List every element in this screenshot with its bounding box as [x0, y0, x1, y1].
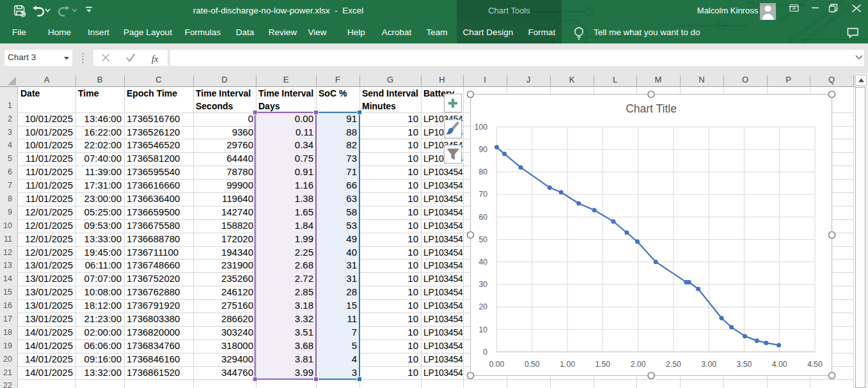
svg-text:2.00: 2.00: [631, 360, 646, 369]
svg-text:1.00: 1.00: [560, 360, 575, 369]
svg-text:100: 100: [475, 123, 488, 132]
svg-text:70: 70: [478, 190, 487, 199]
svg-text:20: 20: [478, 302, 487, 311]
svg-text:3.50: 3.50: [737, 360, 752, 369]
svg-text:0.50: 0.50: [525, 360, 540, 369]
svg-text:4.00: 4.00: [772, 360, 787, 369]
svg-text:80: 80: [478, 167, 487, 176]
svg-text:Chart Title: Chart Title: [626, 102, 677, 115]
svg-text:1.50: 1.50: [595, 360, 610, 369]
svg-text:0.00: 0.00: [489, 360, 505, 369]
svg-text:60: 60: [478, 213, 487, 222]
svg-text:2.50: 2.50: [666, 360, 681, 369]
svg-text:30: 30: [478, 280, 487, 289]
svg-text:50: 50: [478, 235, 487, 244]
svg-text:3.00: 3.00: [701, 360, 716, 369]
